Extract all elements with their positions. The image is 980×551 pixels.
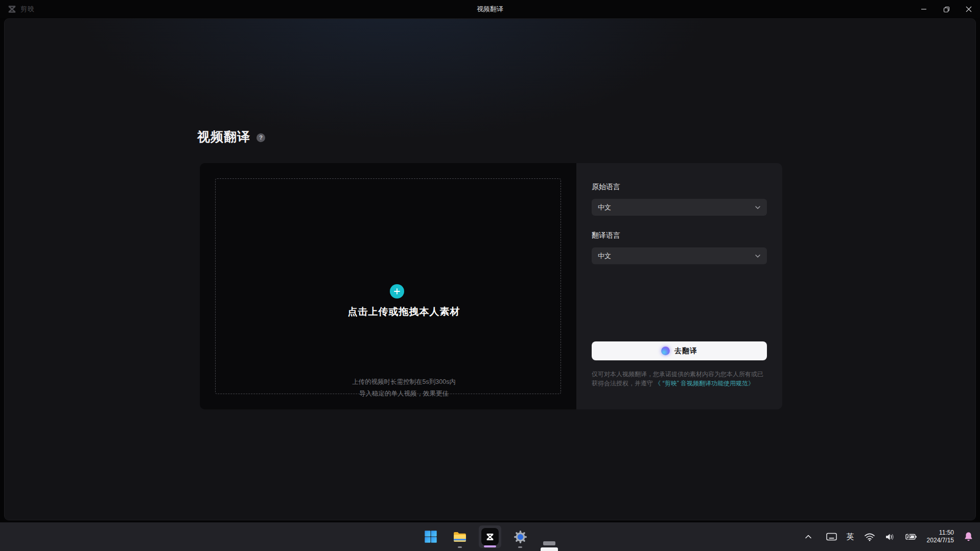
battery-button[interactable]: [905, 533, 917, 541]
heading-row: 视频翻译 ?: [197, 128, 265, 145]
notifications-button[interactable]: [964, 532, 973, 542]
running-indicator: [458, 546, 462, 548]
target-language-value: 中文: [598, 251, 611, 261]
usage-policy-link[interactable]: 《 “剪映” 音视频翻译功能使用规范》: [655, 380, 754, 387]
close-icon: [966, 6, 972, 12]
system-tray: 英: [805, 522, 980, 551]
capcut-app-icon: [481, 528, 499, 545]
settings-panel: 原始语言 中文 翻译语言 中文 去翻译: [576, 163, 782, 409]
upload-hint-duration: 上传的视频时长需控制在5s到300s内: [216, 376, 592, 388]
chevron-down-icon: [755, 205, 761, 210]
window-controls: [913, 0, 980, 18]
screen: 剪映 视频翻译 视频翻译 ?: [0, 0, 980, 551]
taskbar: 英: [0, 522, 980, 551]
upload-hints: 上传的视频时长需控制在5s到300s内 导入稳定的单人视频，效果更佳: [216, 376, 592, 400]
wifi-icon: [864, 533, 875, 541]
settings-gear-icon: [514, 530, 527, 544]
add-upload-button[interactable]: [390, 284, 404, 299]
restore-icon: [943, 6, 950, 13]
wifi-button[interactable]: [864, 533, 875, 541]
peeking-window-top: [543, 541, 555, 545]
file-explorer-icon: [453, 530, 467, 543]
ai-orb-icon: [661, 347, 670, 355]
disclaimer: 仅可对本人视频翻译，您承诺提供的素材内容为您本人所有或已获得合法授权，并遵守 《…: [592, 370, 767, 388]
target-language-select[interactable]: 中文: [592, 247, 767, 264]
upload-title: 点击上传或拖拽本人素材: [216, 305, 592, 318]
translate-button-label: 去翻译: [674, 347, 697, 356]
chevron-down-icon: [755, 254, 761, 258]
capcut-taskbar-button[interactable]: [479, 525, 501, 548]
titlebar: 剪映 视频翻译: [0, 0, 980, 18]
speaker-icon: [885, 533, 895, 541]
restore-button[interactable]: [935, 0, 958, 18]
capcut-logo-icon: [485, 533, 495, 541]
minimize-button[interactable]: [913, 0, 935, 18]
source-language-value: 中文: [598, 203, 611, 212]
upload-hint-quality: 导入稳定的单人视频，效果更佳: [216, 388, 592, 400]
settings-button[interactable]: [510, 524, 530, 549]
help-icon[interactable]: ?: [256, 133, 265, 142]
windows-start-icon: [424, 530, 437, 543]
source-language-select[interactable]: 中文: [592, 199, 767, 216]
translate-button[interactable]: 去翻译: [592, 341, 767, 360]
clock[interactable]: 11:50 2024/7/15: [927, 529, 954, 544]
source-language-label: 原始语言: [592, 182, 620, 192]
app-content: 视频翻译 ? 点击上传或拖拽本人素材 上传的视频时长需控制在5s到300s内 导…: [4, 18, 976, 520]
chevron-up-icon: [805, 534, 812, 539]
taskbar-apps: [421, 522, 559, 551]
partial-app-icon[interactable]: [539, 522, 559, 551]
window-title: 视频翻译: [0, 5, 980, 14]
touch-keyboard-icon: [826, 533, 837, 541]
battery-charging-icon: [905, 533, 917, 541]
touch-keyboard-button[interactable]: [826, 533, 837, 541]
start-button[interactable]: [421, 524, 441, 549]
ime-indicator[interactable]: 英: [847, 532, 854, 542]
page-title: 视频翻译: [197, 128, 250, 145]
active-indicator: [484, 545, 496, 547]
tray-date: 2024/7/15: [927, 537, 954, 544]
upload-panel: 点击上传或拖拽本人素材 上传的视频时长需控制在5s到300s内 导入稳定的单人视…: [200, 163, 576, 409]
running-indicator: [518, 546, 522, 548]
volume-button[interactable]: [885, 533, 895, 541]
upload-dropzone[interactable]: 点击上传或拖拽本人素材 上传的视频时长需控制在5s到300s内 导入稳定的单人视…: [215, 178, 561, 394]
file-explorer-button[interactable]: [450, 524, 470, 549]
tray-time: 11:50: [939, 529, 954, 537]
target-language-label: 翻译语言: [592, 231, 620, 240]
peeking-window-body: [541, 547, 558, 551]
close-button[interactable]: [958, 0, 980, 18]
translation-card: 点击上传或拖拽本人素材 上传的视频时长需控制在5s到300s内 导入稳定的单人视…: [200, 163, 782, 409]
hidden-icons-button[interactable]: [805, 534, 812, 539]
minimize-icon: [921, 6, 927, 12]
plus-icon: [393, 288, 401, 295]
notification-bell-icon: [964, 532, 973, 542]
